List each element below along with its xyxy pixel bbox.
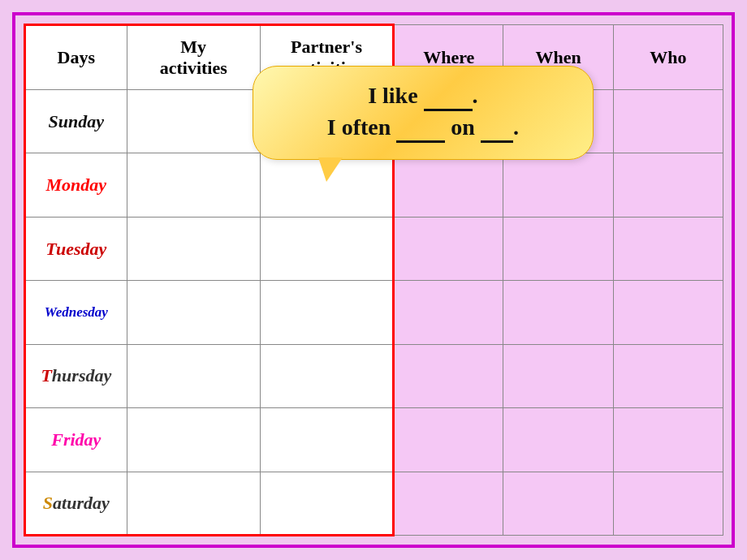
where-monday: [394, 153, 503, 217]
when-saturday: [503, 472, 613, 535]
row-tuesday: Tuesday: [25, 217, 723, 280]
tuesday-rest: uesday: [56, 239, 106, 259]
who-monday: [613, 153, 723, 217]
my-activity-friday: [127, 408, 260, 472]
where-friday: [394, 408, 503, 472]
header-who: Who: [613, 25, 723, 90]
partner-activity-tuesday: [260, 217, 393, 280]
row-wednesday: Wednesday: [25, 281, 723, 344]
who-thursday: [613, 344, 723, 407]
partner-activity-wednesday: [260, 281, 393, 344]
friday-first-letter: F: [51, 429, 63, 450]
partner-activity-sunday: I like . I often on .: [260, 90, 393, 153]
wednesday-rest: ednesday: [56, 304, 108, 320]
where-tuesday: [394, 217, 503, 280]
activities-table: Days Myactivities Partner'savtivities Wh…: [24, 24, 723, 536]
when-thursday: [503, 344, 613, 407]
saturday-rest: aturday: [53, 493, 110, 513]
row-sunday: Sunday I like . I often on .: [25, 90, 723, 153]
partner-activity-saturday: [260, 472, 393, 535]
when-wednesday: [503, 281, 613, 344]
table-container: Days Myactivities Partner'savtivities Wh…: [24, 24, 723, 536]
who-sunday: [613, 90, 723, 153]
blank-1: [424, 83, 473, 111]
when-friday: [503, 408, 613, 472]
bubble-line2: I often on .: [278, 114, 568, 143]
who-friday: [613, 408, 723, 472]
day-tuesday: Tuesday: [25, 217, 127, 280]
who-tuesday: [613, 217, 723, 280]
row-friday: Friday: [25, 408, 723, 472]
thursday-rest: hursday: [52, 365, 111, 386]
partner-activity-thursday: [260, 344, 393, 407]
my-activity-thursday: [127, 344, 260, 407]
row-thursday: Thursday: [25, 344, 723, 407]
where-thursday: [394, 344, 503, 407]
blank-3: [481, 114, 513, 143]
wednesday-first-letter: W: [45, 304, 56, 320]
when-tuesday: [503, 217, 613, 280]
day-monday: Monday: [25, 153, 127, 217]
where-wednesday: [394, 281, 503, 344]
row-saturday: Saturday: [25, 472, 723, 535]
speech-bubble: I like . I often on .: [253, 66, 594, 160]
day-sunday: Sunday: [25, 90, 127, 153]
page-wrapper: Days Myactivities Partner'savtivities Wh…: [12, 12, 735, 548]
where-saturday: [394, 472, 503, 535]
who-wednesday: [613, 281, 723, 344]
my-activity-saturday: [127, 472, 260, 535]
bubble-line1: I like .: [278, 83, 568, 111]
day-friday: Friday: [25, 408, 127, 472]
header-days: Days: [25, 25, 127, 90]
partner-activity-friday: [260, 408, 393, 472]
day-wednesday: Wednesday: [25, 281, 127, 344]
my-activity-tuesday: [127, 217, 260, 280]
saturday-first-letter: S: [43, 493, 53, 513]
friday-rest: riday: [63, 429, 101, 450]
blank-2: [396, 114, 445, 143]
who-saturday: [613, 472, 723, 535]
thursday-first-letter: T: [41, 365, 51, 386]
my-activity-sunday: [127, 90, 260, 153]
when-monday: [503, 153, 613, 217]
day-saturday: Saturday: [25, 472, 127, 535]
my-activity-wednesday: [127, 281, 260, 344]
my-activity-monday: [127, 153, 260, 217]
row-monday: Monday: [25, 153, 723, 217]
header-my-activities: Myactivities: [127, 25, 260, 90]
monday-first-letter: M: [46, 174, 63, 195]
monday-rest: onday: [62, 174, 106, 195]
day-thursday: Thursday: [25, 344, 127, 407]
tuesday-first-letter: T: [45, 239, 56, 259]
